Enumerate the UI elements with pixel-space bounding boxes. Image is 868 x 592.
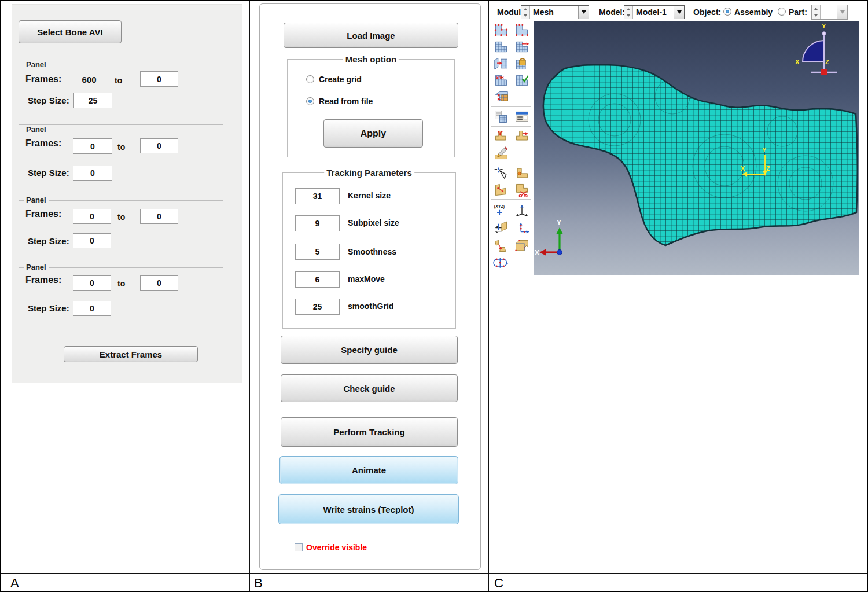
copy-mesh-pattern-icon[interactable] bbox=[491, 109, 510, 124]
extract-frames-button[interactable]: Extract Frames bbox=[64, 346, 198, 362]
datum-point-xyz-icon[interactable]: (XYZ) bbox=[491, 201, 510, 217]
group-title: Panel bbox=[24, 60, 49, 69]
step-size-input[interactable] bbox=[73, 233, 111, 248]
specify-guide-button[interactable]: Specify guide bbox=[281, 336, 458, 364]
to-label: to bbox=[117, 212, 125, 222]
frames-from-input[interactable] bbox=[73, 138, 112, 154]
dropdown-arrow-icon[interactable] bbox=[578, 6, 589, 19]
viewport-canvas[interactable]: Y X Z Y X Y X Z bbox=[534, 21, 859, 275]
spinner-icon bbox=[812, 5, 821, 19]
kernel-size-label: Kernel size bbox=[348, 191, 391, 200]
maxmove-label: maxMove bbox=[348, 274, 385, 284]
read-from-file-radio[interactable] bbox=[306, 97, 314, 105]
partition-cell-tools-icon[interactable] bbox=[491, 128, 510, 144]
frames-to-input[interactable] bbox=[140, 71, 178, 87]
frames-to-input[interactable] bbox=[140, 138, 178, 153]
datum-csys-icon[interactable] bbox=[512, 218, 531, 234]
seed-part-icon[interactable] bbox=[491, 22, 510, 38]
part-combo-value bbox=[821, 5, 837, 19]
override-visible-label: Override visible bbox=[306, 543, 367, 552]
select-bone-avi-button[interactable]: Select Bone AVI bbox=[19, 20, 122, 43]
edit-mesh-icon[interactable] bbox=[491, 145, 510, 161]
create-grid-radio[interactable] bbox=[306, 75, 314, 83]
frames-label: Frames: bbox=[25, 138, 61, 149]
toolbox-separator bbox=[491, 126, 531, 127]
subpixel-size-label: Subpixel size bbox=[348, 218, 399, 227]
write-strains-tecplot-button[interactable]: Write strains (Tecplot) bbox=[278, 494, 459, 524]
step-size-label: Step Size: bbox=[28, 95, 69, 105]
partition-cell-extend-icon[interactable] bbox=[512, 128, 531, 144]
dropdown-arrow-icon[interactable] bbox=[674, 6, 684, 19]
step-size-input[interactable] bbox=[73, 93, 112, 108]
part-combo[interactable] bbox=[811, 5, 848, 20]
mesh-queries-dialog-icon[interactable] bbox=[512, 109, 531, 124]
datum-plane-icon[interactable] bbox=[491, 218, 510, 234]
subpixel-size-input[interactable] bbox=[295, 215, 340, 231]
check-guide-button[interactable]: Check guide bbox=[281, 374, 458, 402]
frames-label: Frames: bbox=[25, 74, 61, 84]
toolbox-separator bbox=[491, 199, 531, 200]
toolbox-separator bbox=[491, 163, 531, 163]
sketch-ellipse-icon[interactable] bbox=[491, 255, 510, 270]
maxmove-input[interactable] bbox=[295, 271, 340, 288]
mesh-controls-icon[interactable] bbox=[512, 56, 531, 71]
delete-mesh-icon[interactable] bbox=[491, 56, 510, 71]
animate-button[interactable]: Animate bbox=[279, 456, 458, 484]
verify-mesh-icon[interactable] bbox=[512, 72, 531, 88]
compass-x-label: X bbox=[795, 58, 800, 65]
partition-cell-cut-icon[interactable] bbox=[512, 182, 531, 197]
override-visible-checkbox[interactable] bbox=[295, 543, 303, 551]
smoothgrid-input[interactable] bbox=[295, 299, 340, 315]
load-image-button[interactable]: Load Image bbox=[284, 23, 458, 48]
to-label: to bbox=[117, 279, 125, 288]
dropdown-arrow-icon bbox=[837, 5, 847, 19]
view-compass bbox=[803, 32, 837, 75]
model-label: Model: bbox=[599, 8, 625, 17]
module-combo[interactable]: Mesh bbox=[521, 5, 589, 19]
step-size-label: Step Size: bbox=[28, 303, 69, 313]
object-assembly-radio[interactable] bbox=[723, 8, 731, 16]
smoothgrid-label: smoothGrid bbox=[348, 301, 393, 311]
assign-stack-direction-icon[interactable] bbox=[491, 89, 510, 105]
mesh-option-title: Mesh option bbox=[343, 54, 399, 64]
frames-from-input[interactable] bbox=[73, 209, 111, 224]
step-size-input[interactable] bbox=[73, 301, 111, 316]
create-grid-label: Create grid bbox=[319, 75, 362, 84]
panel-divider-ab bbox=[249, 1, 250, 592]
element-type-icon[interactable]: S4R bbox=[491, 72, 510, 88]
frames-from-input[interactable] bbox=[73, 275, 111, 291]
apply-button[interactable]: Apply bbox=[323, 119, 423, 148]
mesh-toolbox: S4R (XYZ) bbox=[489, 21, 534, 271]
datum-axis-icon[interactable] bbox=[512, 201, 531, 217]
step-size-input[interactable] bbox=[73, 166, 112, 181]
frames-to-input[interactable] bbox=[140, 209, 178, 224]
kernel-size-input[interactable] bbox=[295, 188, 340, 204]
virtual-topology-icon[interactable] bbox=[512, 238, 531, 253]
toolbox-separator bbox=[491, 236, 531, 236]
meshed-bone-part bbox=[534, 56, 859, 253]
part-label: Part: bbox=[789, 8, 807, 17]
frames-to-input[interactable] bbox=[140, 275, 178, 291]
object-label: Object: bbox=[693, 8, 721, 17]
object-part-radio[interactable] bbox=[778, 8, 786, 16]
mesh-region-icon[interactable] bbox=[512, 39, 531, 54]
partition-edge-icon[interactable] bbox=[512, 165, 531, 181]
mesh-part-icon[interactable] bbox=[491, 39, 510, 54]
group-title: Panel bbox=[24, 196, 49, 204]
assembly-label: Assembly bbox=[734, 8, 773, 17]
caption-a: A bbox=[10, 576, 19, 591]
edit-selection-cursor-icon[interactable] bbox=[491, 165, 510, 181]
to-label: to bbox=[117, 142, 125, 152]
csys-y-label: Y bbox=[762, 146, 767, 153]
spinner-icon[interactable] bbox=[521, 6, 530, 19]
partition-face-icon[interactable] bbox=[491, 182, 510, 197]
perform-tracking-button[interactable]: Perform Tracking bbox=[281, 417, 458, 447]
compass-y-label: Y bbox=[822, 23, 826, 30]
create-feature-icon[interactable] bbox=[491, 238, 510, 253]
group-title: Panel bbox=[24, 125, 49, 134]
model-combo[interactable]: Model-1 bbox=[624, 5, 685, 19]
spinner-icon[interactable] bbox=[624, 6, 633, 19]
step-size-label: Step Size: bbox=[28, 236, 69, 246]
smoothness-input[interactable] bbox=[295, 244, 340, 260]
seed-edges-icon[interactable] bbox=[512, 22, 531, 38]
